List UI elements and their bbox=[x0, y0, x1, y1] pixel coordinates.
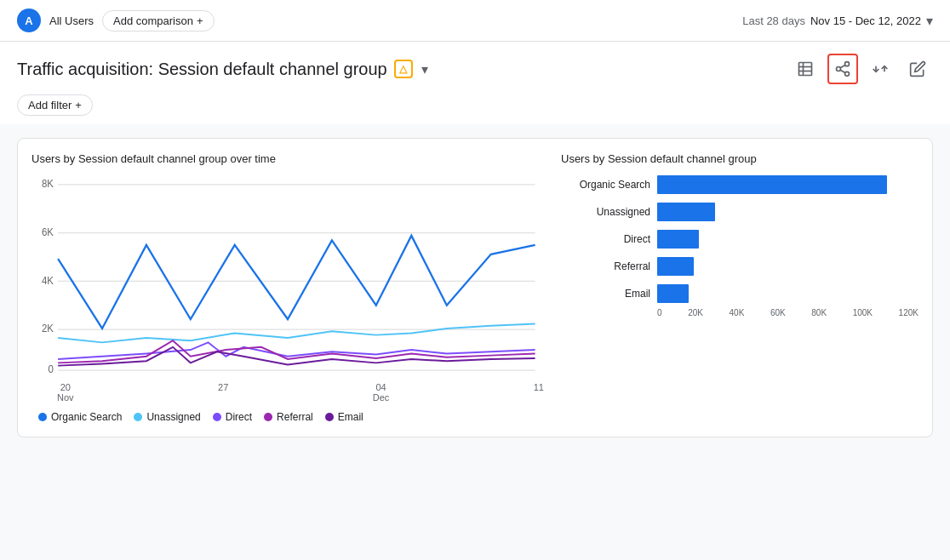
x-label-11: 11 bbox=[534, 382, 544, 403]
legend-direct: Direct bbox=[213, 411, 252, 423]
bar-chart-section: Users by Session default channel group O… bbox=[561, 152, 919, 423]
bar-chart-title: Users by Session default channel group bbox=[561, 152, 919, 165]
svg-text:6K: 6K bbox=[42, 226, 54, 237]
x-label-20: 20Nov bbox=[57, 382, 74, 403]
svg-text:0: 0 bbox=[49, 363, 54, 374]
bar-track-unassigned bbox=[657, 203, 919, 221]
bar-label-unassigned: Unassigned bbox=[561, 206, 650, 218]
bar-label-direct: Direct bbox=[561, 233, 650, 245]
svg-point-4 bbox=[845, 62, 850, 66]
line-chart-svg: 8K 6K 4K 2K 0 bbox=[31, 175, 544, 380]
svg-rect-0 bbox=[799, 63, 812, 76]
toolbar bbox=[790, 54, 933, 84]
share-button[interactable] bbox=[827, 54, 858, 84]
bar-fill-direct bbox=[657, 230, 699, 249]
add-filter-button[interactable]: Add filter + bbox=[17, 94, 93, 116]
compare-button[interactable] bbox=[865, 54, 896, 84]
title-dropdown-icon[interactable]: ▾ bbox=[421, 61, 428, 77]
bar-track-email bbox=[657, 284, 919, 303]
legend-organic-search: Organic Search bbox=[38, 411, 122, 423]
bar-track-referral bbox=[657, 257, 919, 276]
bar-label-referral: Referral bbox=[561, 260, 650, 272]
line-chart-section: Users by Session default channel group o… bbox=[31, 152, 544, 423]
top-left: A All Users Add comparison + bbox=[17, 9, 215, 32]
bar-row-referral: Referral bbox=[561, 257, 919, 276]
filter-row: Add filter + bbox=[0, 89, 950, 124]
bar-fill-unassigned bbox=[657, 203, 715, 221]
top-bar: A All Users Add comparison + Last 28 day… bbox=[0, 0, 950, 42]
bar-row-unassigned: Unassigned bbox=[561, 203, 919, 221]
main-content: Users by Session default channel group o… bbox=[0, 124, 950, 451]
bar-x-axis: 0 20K 40K 60K 80K 100K 120K bbox=[561, 308, 919, 317]
line-chart-title: Users by Session default channel group o… bbox=[31, 152, 544, 165]
x-label-27: 27 bbox=[218, 382, 228, 403]
svg-text:4K: 4K bbox=[42, 274, 54, 285]
date-dropdown-icon[interactable]: ▾ bbox=[926, 13, 933, 29]
edit-button[interactable] bbox=[902, 54, 933, 84]
line-chart-area: 8K 6K 4K 2K 0 bbox=[31, 175, 544, 423]
bar-label-email: Email bbox=[561, 288, 650, 300]
svg-text:2K: 2K bbox=[42, 323, 54, 334]
svg-point-5 bbox=[837, 67, 841, 71]
svg-point-6 bbox=[845, 71, 850, 76]
date-range: Last 28 days Nov 15 - Dec 12, 2022 ▾ bbox=[742, 13, 933, 29]
bar-label-organic: Organic Search bbox=[561, 179, 650, 191]
bar-fill-email bbox=[657, 284, 689, 303]
warning-badge: △ bbox=[394, 60, 413, 78]
all-users-label: All Users bbox=[49, 14, 94, 27]
bar-row-email: Email bbox=[561, 284, 919, 303]
chart-card: Users by Session default channel group o… bbox=[17, 138, 933, 437]
table-view-button[interactable] bbox=[790, 54, 821, 84]
bar-chart-rows: Organic Search Unassigned Direct bbox=[561, 175, 919, 303]
legend-unassigned: Unassigned bbox=[134, 411, 200, 423]
svg-text:8K: 8K bbox=[42, 178, 54, 189]
add-comparison-button[interactable]: Add comparison + bbox=[102, 10, 215, 31]
page-header: Traffic acquisition: Session default cha… bbox=[0, 42, 950, 89]
bar-track-organic bbox=[657, 175, 919, 194]
bar-track-direct bbox=[657, 230, 919, 249]
legend-referral: Referral bbox=[264, 411, 313, 423]
bar-row-direct: Direct bbox=[561, 230, 919, 249]
page-title: Traffic acquisition: Session default cha… bbox=[17, 60, 428, 79]
bar-fill-referral bbox=[657, 257, 694, 276]
bar-row-organic: Organic Search bbox=[561, 175, 919, 194]
x-label-04: 04Dec bbox=[373, 382, 390, 403]
svg-line-8 bbox=[840, 65, 845, 67]
legend: Organic Search Unassigned Direct bbox=[31, 411, 544, 423]
legend-email: Email bbox=[325, 411, 363, 423]
avatar: A bbox=[17, 9, 41, 32]
svg-line-7 bbox=[840, 70, 845, 72]
bar-fill-organic bbox=[657, 175, 887, 194]
